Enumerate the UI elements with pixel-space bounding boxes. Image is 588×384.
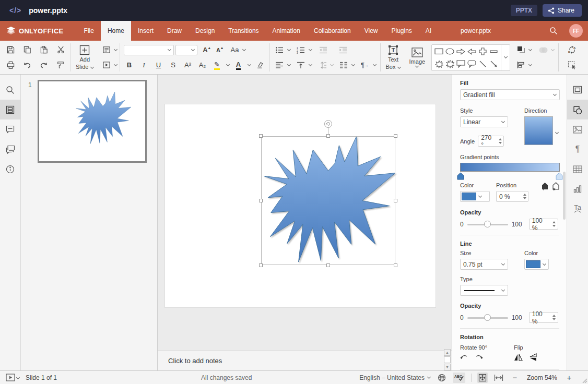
- about-panel-button[interactable]: [0, 159, 20, 179]
- share-button[interactable]: Share: [543, 4, 582, 17]
- slide-settings-button[interactable]: [567, 80, 588, 100]
- search-button[interactable]: [549, 27, 558, 35]
- shape-callout-round[interactable]: [467, 60, 476, 68]
- shape-rectangle[interactable]: [434, 48, 443, 55]
- align-shape-button[interactable]: [515, 59, 526, 71]
- font-size-select[interactable]: [175, 45, 197, 55]
- change-case-button[interactable]: Aa: [229, 44, 241, 56]
- shape-plus[interactable]: [479, 47, 487, 55]
- line-opacity-slider[interactable]: [467, 314, 508, 321]
- line-size-select[interactable]: 0.75 pt: [460, 259, 508, 270]
- font-color-caret[interactable]: [247, 62, 251, 66]
- fill-opacity-slider[interactable]: [467, 221, 508, 228]
- clear-style-button[interactable]: [254, 59, 266, 71]
- undo-button[interactable]: [21, 59, 33, 71]
- preview-caret[interactable]: [16, 376, 20, 379]
- shape-arrow-left[interactable]: [467, 48, 476, 55]
- fit-to-width-button[interactable]: [493, 373, 504, 383]
- slide-thumbnail[interactable]: [38, 80, 147, 163]
- change-case-caret[interactable]: [242, 47, 245, 51]
- italic-button[interactable]: I: [138, 59, 150, 71]
- line-opacity-spinner[interactable]: 100 %: [529, 312, 558, 323]
- fill-opacity-spinner[interactable]: 100 %: [529, 219, 558, 230]
- line-spacing-caret[interactable]: [330, 62, 333, 66]
- add-slide-button[interactable]: Add Slide: [72, 44, 98, 71]
- gradient-bar[interactable]: [460, 163, 560, 172]
- decrease-font-button[interactable]: A▴: [214, 44, 226, 56]
- cut-button[interactable]: [55, 44, 66, 56]
- rotate-handle[interactable]: [324, 120, 332, 128]
- menu-home[interactable]: Home: [101, 21, 131, 41]
- merge-shapes-caret[interactable]: [551, 47, 555, 51]
- shape-minus[interactable]: [489, 48, 498, 55]
- horizontal-align-button[interactable]: [274, 59, 285, 71]
- shape-callout-rect[interactable]: [456, 60, 465, 68]
- vertical-align-caret[interactable]: [308, 62, 312, 66]
- font-color-button[interactable]: A: [233, 59, 244, 71]
- add-gradient-point-button[interactable]: [542, 182, 548, 190]
- start-slideshow-caret[interactable]: [113, 62, 117, 66]
- direction-caret[interactable]: [555, 130, 559, 134]
- menu-collaboration[interactable]: Collaboration: [307, 21, 358, 41]
- fit-to-slide-button[interactable]: [477, 373, 488, 383]
- merge-shapes-button[interactable]: [537, 44, 549, 56]
- flip-vertical-button[interactable]: [529, 353, 537, 362]
- menu-design[interactable]: Design: [189, 21, 221, 41]
- shape-arrow-line[interactable]: [490, 60, 498, 68]
- bullets-button[interactable]: [274, 44, 285, 56]
- increase-indent-button[interactable]: [337, 44, 349, 56]
- rotate-ccw-button[interactable]: [460, 353, 468, 361]
- redo-button[interactable]: [38, 59, 50, 71]
- copy-style-button[interactable]: [55, 59, 66, 71]
- paragraph-settings-button[interactable]: ¶: [567, 139, 588, 159]
- shape-explosion2[interactable]: [446, 60, 454, 68]
- resize-handle-ne[interactable]: [394, 134, 397, 138]
- image-button[interactable]: Image: [405, 46, 430, 69]
- line-color-select[interactable]: [524, 259, 549, 270]
- chart-settings-button[interactable]: [567, 179, 588, 199]
- fill-type-select[interactable]: Gradient fill: [460, 89, 560, 100]
- menu-animation[interactable]: Animation: [266, 21, 307, 41]
- highlight-color-button[interactable]: ✎: [211, 59, 223, 71]
- resize-handle-se[interactable]: [394, 263, 397, 267]
- resize-grip[interactable]: [581, 377, 587, 383]
- panel-scrollbar[interactable]: [563, 172, 566, 220]
- change-layout-button[interactable]: [101, 44, 112, 56]
- bold-button[interactable]: B: [124, 59, 135, 71]
- scroll-up-button[interactable]: ▲: [444, 349, 451, 356]
- spellcheck-button[interactable]: ABC: [453, 373, 465, 383]
- print-button[interactable]: [5, 59, 16, 71]
- save-button[interactable]: [5, 44, 16, 56]
- increase-font-button[interactable]: A▴: [201, 44, 213, 56]
- comments-panel-button[interactable]: [0, 119, 20, 139]
- position-spinner[interactable]: 0 %: [496, 191, 528, 202]
- remove-gradient-point-button[interactable]: [552, 182, 559, 190]
- resize-handle-w[interactable]: [259, 199, 263, 202]
- zoom-value[interactable]: Zoom 54%: [526, 374, 558, 381]
- numbering-caret[interactable]: [308, 47, 312, 51]
- resize-handle-nw[interactable]: [259, 134, 263, 138]
- language-select[interactable]: English – United States: [359, 373, 431, 383]
- horizontal-align-caret[interactable]: [287, 62, 290, 66]
- vertical-align-button[interactable]: [295, 59, 307, 71]
- strikeout-button[interactable]: S: [168, 59, 179, 71]
- scroll-down-button[interactable]: ▼: [444, 364, 451, 370]
- change-layout-caret[interactable]: [113, 47, 117, 51]
- font-name-select[interactable]: [124, 45, 174, 55]
- resize-handle-s[interactable]: [326, 263, 330, 267]
- shape-ellipse[interactable]: [445, 48, 454, 55]
- menu-file[interactable]: File: [77, 21, 101, 41]
- shape-gallery-more[interactable]: [501, 45, 510, 70]
- menu-ai[interactable]: AI: [419, 21, 438, 41]
- paste-button[interactable]: [38, 44, 50, 56]
- avatar[interactable]: FF: [569, 24, 583, 38]
- numbering-button[interactable]: 123: [295, 44, 307, 56]
- gradient-style-select[interactable]: Linear: [460, 116, 508, 127]
- resize-handle-n[interactable]: [326, 134, 330, 138]
- select-all-button[interactable]: [566, 59, 578, 71]
- underline-button[interactable]: U: [153, 59, 164, 71]
- align-shape-caret[interactable]: [528, 62, 532, 66]
- find-panel-button[interactable]: [0, 80, 20, 100]
- shape-settings-button[interactable]: [567, 100, 588, 119]
- decrease-indent-button[interactable]: [317, 44, 329, 56]
